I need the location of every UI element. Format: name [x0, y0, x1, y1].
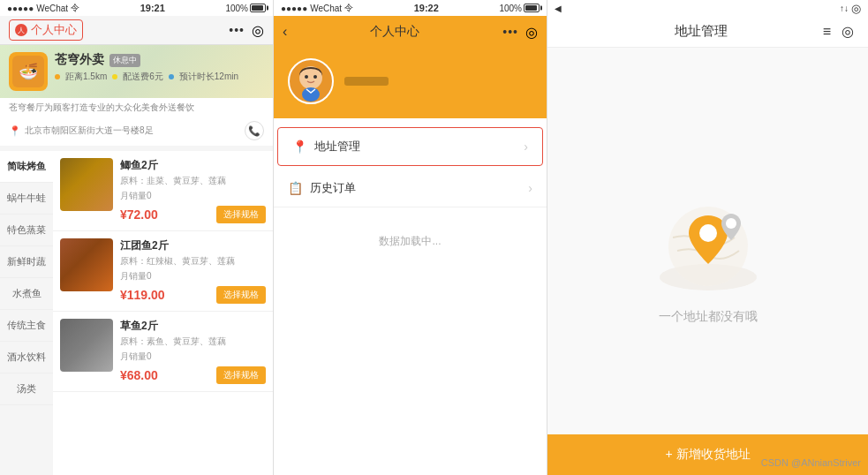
- category-list: 简味烤鱼 蜗牛牛蛙 特色蒸菜 新鲜时蔬 水煮鱼 传统主食 酒水饮: [0, 151, 53, 475]
- phone3-wrapper: 一个地址都没有哦 + 新增收货地址: [547, 48, 868, 475]
- phone3: ◀ ↑↓ ◎ 地址管理 ≡ ◎: [547, 0, 868, 475]
- dish-item-2: 草鱼2斤 原料：素鱼、黄豆芽、莲藕 月销量0 ¥68.00 选择规格: [53, 312, 273, 392]
- phone2-battery-icon: [524, 4, 540, 12]
- category-item-4[interactable]: 水煮鱼: [0, 278, 53, 310]
- dish-details-2: 草鱼2斤 原料：素鱼、黄豆芽、莲藕 月销量0 ¥68.00 选择规格: [120, 319, 266, 384]
- phone3-icon1[interactable]: ≡: [823, 24, 831, 40]
- menu-item-orders[interactable]: 📋 历史订单 ›: [274, 170, 547, 207]
- dish-rating-0: 月销量0: [120, 190, 266, 202]
- phone3-status-bar: ◀ ↑↓ ◎: [547, 0, 868, 16]
- dish-price-1: ¥119.00: [120, 288, 165, 302]
- category-item-0[interactable]: 简味烤鱼: [0, 151, 53, 183]
- add-address-button[interactable]: + 新增收货地址: [547, 434, 868, 475]
- phone2-status-bar: ●●●●● WeChat 令 19:22 100%: [274, 0, 547, 16]
- address-management-label: 地址管理: [314, 139, 524, 155]
- map-illustration: [655, 198, 761, 295]
- phone3-target2-icon[interactable]: ◎: [851, 2, 861, 15]
- phone2-carrier: WeChat: [310, 4, 342, 13]
- phone2-profile: [274, 48, 547, 118]
- phone2-dots-icon[interactable]: •••: [502, 25, 518, 39]
- dots-icon[interactable]: •••: [229, 23, 245, 37]
- category-item-3[interactable]: 新鲜时蔬: [0, 246, 53, 278]
- main-container: ●●●●● WeChat 令 19:21 100% 人 个人中心 ••• ◎: [0, 0, 868, 475]
- phone-call-icon[interactable]: 📞: [245, 121, 264, 140]
- phone2-target-icon[interactable]: ◎: [525, 24, 538, 41]
- logo-inner: 🍜: [12, 56, 44, 87]
- orders-label: 历史订单: [310, 180, 528, 196]
- phone1-status-left: ●●●●● WeChat 令: [7, 2, 79, 14]
- category-label-6: 酒水饮料: [7, 351, 46, 362]
- address-arrow-icon: ›: [524, 139, 528, 154]
- phone1-header-icons: ••• ◎: [229, 22, 264, 39]
- phone3-icon2[interactable]: ◎: [842, 23, 854, 40]
- dish-details-0: 鲫鱼2斤 原料：韭菜、黄豆芽、莲藕 月销量0 ¥72.00 选择规格: [120, 158, 266, 223]
- loading-text: 数据加载中...: [274, 207, 547, 275]
- phone2-status-left: ●●●●● WeChat 令: [281, 2, 353, 14]
- category-item-5[interactable]: 传统主食: [0, 310, 53, 342]
- delivery-fee: 配送费6元: [123, 71, 163, 83]
- phone1-carrier: WeChat: [36, 4, 68, 13]
- svg-point-6: [699, 224, 717, 242]
- phone3-status-icons: ↑↓: [840, 4, 849, 13]
- phone3-header: 地址管理 ≡ ◎: [547, 16, 868, 48]
- phone2: ●●●●● WeChat 令 19:22 100% ‹ 个人中心 ••• ◎: [274, 0, 547, 475]
- time-dot: [169, 74, 174, 79]
- dish-name-1: 江团鱼2斤: [120, 238, 266, 253]
- watermark: CSDN @ANnianStriver: [761, 457, 861, 468]
- phone1-battery: 100%: [225, 4, 266, 13]
- phone1-battery-text: 100%: [225, 4, 248, 13]
- dish-ingredients-2: 原料：素鱼、黄豆芽、莲藕: [120, 336, 266, 347]
- restaurant-top: 🍜 苍穹外卖 休息中 距离1.5km 配送费6元 预计时长12min: [0, 45, 273, 98]
- dish-rating-1: 月销量0: [120, 270, 266, 283]
- select-spec-btn-1[interactable]: 选择规格: [216, 286, 266, 304]
- dish-price-0: ¥72.00: [120, 207, 158, 222]
- header-label: 个人中心: [31, 22, 77, 38]
- dish-price-row-0: ¥72.00 选择规格: [120, 206, 266, 223]
- restaurant-description-text: 苍穹餐厅为顾客打造专业的大众化美食外送餐饮: [9, 102, 194, 112]
- phone2-battery: 100%: [499, 4, 540, 13]
- dish-price-row-1: ¥119.00 选择规格: [120, 286, 266, 304]
- battery-icon: [250, 4, 266, 12]
- delivery-dot: [112, 74, 117, 79]
- avatar-svg: [290, 60, 332, 102]
- address-icon: 📍: [292, 139, 307, 154]
- category-label-5: 传统主食: [7, 320, 46, 330]
- category-item-2[interactable]: 特色蒸菜: [0, 215, 53, 246]
- user-name-bar: [344, 77, 389, 86]
- phone2-header: ‹ 个人中心 ••• ◎: [274, 16, 547, 48]
- svg-point-7: [726, 218, 736, 229]
- dish-price-2: ¥68.00: [120, 368, 158, 382]
- user-name-block: [344, 77, 389, 86]
- category-item-1[interactable]: 蜗牛牛蛙: [0, 183, 53, 215]
- dish-details-1: 江团鱼2斤 原料：红辣椒、黄豆芽、莲藕 月销量0 ¥119.00 选择规格: [120, 238, 266, 304]
- svg-point-2: [313, 75, 317, 79]
- category-item-6[interactable]: 酒水饮料: [0, 342, 53, 373]
- phone1: ●●●●● WeChat 令 19:21 100% 人 个人中心 ••• ◎: [0, 0, 274, 475]
- restaurant-card: 🍜 苍穹外卖 休息中 距离1.5km 配送费6元 预计时长12min: [0, 45, 273, 151]
- empty-state-text: 一个地址都没有哦: [659, 309, 758, 325]
- category-label-3: 新鲜时蔬: [7, 256, 46, 267]
- dish-name-2: 草鱼2斤: [120, 319, 266, 334]
- category-item-7[interactable]: 汤类: [0, 373, 53, 405]
- empty-illustration: 一个地址都没有哦: [655, 198, 761, 325]
- user-avatar[interactable]: [288, 58, 334, 104]
- target-icon[interactable]: ◎: [252, 22, 264, 39]
- address-text: 北京市朝阳区新街大道一号楼8足: [25, 124, 154, 137]
- phone2-battery-text: 100%: [499, 4, 522, 13]
- phone2-title: 个人中心: [370, 24, 419, 40]
- restaurant-address: 📍 北京市朝阳区新街大道一号楼8足 📞: [0, 117, 273, 151]
- category-label-2: 特色蒸菜: [7, 224, 46, 235]
- svg-point-1: [305, 75, 308, 79]
- restaurant-info-row: 距离1.5km 配送费6元 预计时长12min: [55, 71, 264, 83]
- restaurant-name: 苍穹外卖: [55, 52, 104, 68]
- location-icon: 📍: [9, 125, 21, 137]
- select-spec-btn-2[interactable]: 选择规格: [216, 366, 266, 384]
- back-arrow[interactable]: ‹: [283, 24, 287, 40]
- category-label-0: 简味烤鱼: [7, 161, 46, 171]
- battery-fill: [252, 5, 263, 11]
- select-spec-btn-0[interactable]: 选择规格: [216, 206, 266, 223]
- dish-list: 鲫鱼2斤 原料：韭菜、黄豆芽、莲藕 月销量0 ¥72.00 选择规格 江团鱼2斤: [53, 151, 273, 475]
- menu-item-address[interactable]: 📍 地址管理 ›: [277, 127, 543, 166]
- phone3-status-left: ◀: [555, 4, 562, 13]
- dish-item-0: 鲫鱼2斤 原料：韭菜、黄豆芽、莲藕 月销量0 ¥72.00 选择规格: [53, 151, 273, 231]
